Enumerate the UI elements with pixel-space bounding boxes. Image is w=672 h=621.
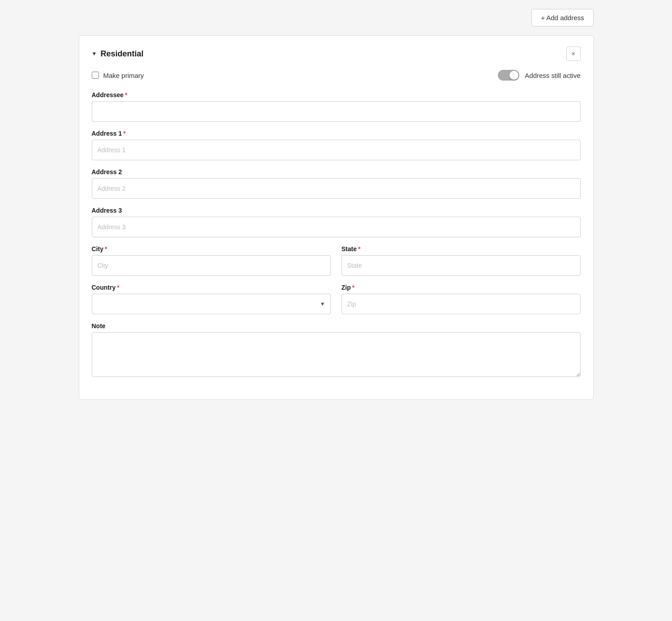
options-row: Make primary Address still active <box>92 70 581 81</box>
make-primary-text: Make primary <box>103 72 144 79</box>
address2-input[interactable] <box>92 178 581 199</box>
make-primary-checkbox[interactable] <box>92 72 99 79</box>
state-required-star: * <box>358 245 360 253</box>
address2-section: Address 2 <box>92 168 581 199</box>
addressee-label: Addressee * <box>92 91 581 99</box>
address-still-active-label: Address still active <box>525 72 580 79</box>
city-section: City * <box>92 245 331 276</box>
city-input[interactable] <box>92 255 331 276</box>
city-state-row: City * State * <box>92 245 581 276</box>
address-active-toggle[interactable] <box>498 70 519 81</box>
city-label: City * <box>92 245 331 253</box>
addressee-required-star: * <box>125 91 127 99</box>
addressee-input[interactable] <box>92 101 581 122</box>
address-form-card: ▼ Residential × Make primary Address sti… <box>79 35 594 400</box>
toggle-slider <box>498 70 519 81</box>
address3-label: Address 3 <box>92 207 581 214</box>
close-button[interactable]: × <box>566 47 581 61</box>
card-header: ▼ Residential × <box>92 47 581 61</box>
addressee-section: Addressee * <box>92 91 581 122</box>
address3-input[interactable] <box>92 217 581 237</box>
address2-label: Address 2 <box>92 168 581 176</box>
add-address-button[interactable]: + Add address <box>531 9 593 26</box>
zip-input[interactable] <box>342 294 581 314</box>
state-section: State * <box>342 245 581 276</box>
chevron-down-icon: ▼ <box>92 51 97 57</box>
city-required-star: * <box>105 245 107 253</box>
state-input[interactable] <box>342 255 581 276</box>
page-container: + Add address ▼ Residential × Make prima… <box>79 9 594 400</box>
note-section: Note <box>92 322 581 379</box>
country-select[interactable] <box>92 294 331 314</box>
country-required-star: * <box>117 284 119 291</box>
section-title: Residential <box>100 49 143 59</box>
address1-input[interactable] <box>92 140 581 160</box>
note-label: Note <box>92 322 581 330</box>
country-select-wrapper: ▼ <box>92 294 331 314</box>
zip-label: Zip * <box>342 284 581 291</box>
country-zip-row: Country * ▼ Zip * <box>92 284 581 314</box>
country-label: Country * <box>92 284 331 291</box>
toggle-area: Address still active <box>498 70 580 81</box>
top-bar: + Add address <box>79 9 594 26</box>
make-primary-label[interactable]: Make primary <box>92 72 144 79</box>
zip-section: Zip * <box>342 284 581 314</box>
card-title-area: ▼ Residential <box>92 49 144 59</box>
address1-label: Address 1 * <box>92 130 581 137</box>
state-label: State * <box>342 245 581 253</box>
zip-required-star: * <box>352 284 355 291</box>
note-textarea[interactable] <box>92 332 581 377</box>
address3-section: Address 3 <box>92 207 581 237</box>
address1-required-star: * <box>123 130 125 137</box>
address1-section: Address 1 * <box>92 130 581 160</box>
country-section: Country * ▼ <box>92 284 331 314</box>
